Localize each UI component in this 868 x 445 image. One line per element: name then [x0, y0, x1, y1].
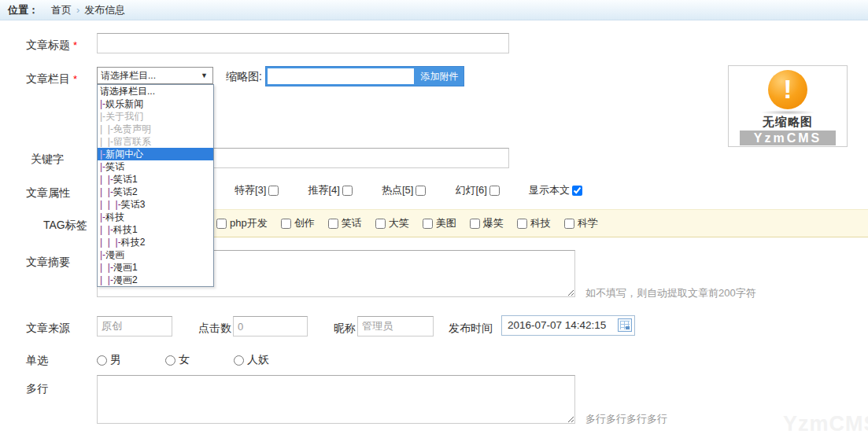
article-title-input[interactable] [97, 33, 509, 53]
tag-item-label: 创作 [294, 216, 315, 230]
gender-label: 单选 [26, 354, 48, 368]
attribute-checkbox[interactable] [342, 186, 353, 196]
attribute-checkbox[interactable] [489, 186, 500, 196]
add-attachment-button[interactable]: 添加附件 [416, 67, 464, 86]
category-dropdown-panel: 请选择栏目... |-娱乐新闻 |-关于我们 | |-免责声明 | |-留言联系… [97, 84, 214, 287]
page-watermark: YzmCMS [783, 412, 868, 436]
tag-item: php开发 [216, 216, 268, 230]
tag-checkbox[interactable] [328, 219, 338, 229]
radio-option-label: 女 [179, 353, 190, 367]
category-option[interactable]: | |-漫画2 [98, 274, 213, 286]
category-option[interactable]: |-笑话 [98, 160, 213, 173]
tag-item: 科学 [564, 216, 598, 230]
category-select-value: 请选择栏目... [101, 68, 201, 83]
category-select[interactable]: 请选择栏目... ▼ [97, 67, 213, 84]
breadcrumb: 位置： 首页 › 发布信息 [0, 0, 868, 20]
tag-checkbox[interactable] [423, 219, 433, 229]
category-option[interactable]: |-娱乐新闻 [98, 97, 213, 110]
tag-item: 美图 [423, 216, 456, 230]
attribute-label: 推荐[4] [308, 183, 339, 197]
radio-option: 女 [165, 353, 190, 367]
category-option: | |-免责声明 [98, 123, 213, 135]
dropdown-arrow-icon: ▼ [201, 68, 208, 83]
breadcrumb-home-link[interactable]: 首页 [51, 3, 72, 17]
attribute-label: 热点[5] [382, 183, 413, 197]
tag-item: 大笑 [375, 216, 409, 230]
tag-checkbox[interactable] [564, 219, 574, 229]
no-thumbnail-placeholder: ! 无缩略图 YzmCMS [728, 65, 848, 147]
article-category-label: 文章栏目* [26, 72, 77, 86]
tag-item: 爆笑 [470, 216, 504, 230]
article-attributes-label: 文章属性 [26, 186, 70, 200]
publish-time-label: 发布时间 [449, 322, 493, 336]
source-label: 文章来源 [26, 322, 70, 336]
radio-option-label: 男 [110, 353, 121, 367]
clicks-label: 点击数 [198, 322, 231, 336]
clicks-input[interactable] [233, 316, 308, 337]
tag-item: 科技 [517, 216, 551, 230]
brand-label: YzmCMS [740, 131, 836, 145]
breadcrumb-location-label: 位置： [8, 3, 39, 17]
nickname-input[interactable] [357, 316, 434, 337]
summary-label: 文章摘要 [26, 256, 70, 270]
tag-item: 笑话 [328, 216, 362, 230]
publish-time-field[interactable]: 2016-07-07 14:42:15 [501, 315, 635, 336]
category-option[interactable]: |-漫画 [98, 248, 213, 261]
summary-hint: 如不填写，则自动提取文章前200字符 [585, 286, 756, 300]
article-attributes-row: 特荐[3] 推荐[4] 热点[5] 幻灯[6] 显示本文 [235, 183, 582, 197]
attribute-label: 显示本文 [529, 183, 570, 197]
radio-option-label: 人妖 [247, 353, 269, 367]
calendar-icon[interactable] [618, 318, 632, 332]
tag-item: 创作 [281, 216, 315, 230]
multiline-textarea[interactable] [97, 375, 575, 424]
category-option[interactable]: | |-笑话1 [98, 173, 213, 186]
radio-option: 人妖 [234, 353, 269, 367]
tag-item-label: 爆笑 [483, 216, 504, 230]
category-option: | |-留言联系 [98, 135, 213, 148]
attribute-item: 热点[5] [382, 183, 426, 197]
tag-item-label: 美图 [436, 216, 456, 230]
radio-button[interactable] [234, 355, 244, 366]
breadcrumb-separator-icon: › [76, 4, 79, 16]
article-title-label: 文章标题* [26, 39, 77, 53]
attribute-item: 推荐[4] [308, 183, 352, 197]
attribute-checkbox[interactable] [268, 186, 279, 196]
publish-article-page: 位置： 首页 › 发布信息 文章标题* 文章栏目* 请选择栏目... ▼ 缩略图… [0, 0, 868, 445]
tag-checkbox[interactable] [517, 219, 527, 229]
required-asterisk: * [73, 39, 77, 51]
radio-option: 男 [97, 353, 121, 367]
category-option[interactable]: | | |-笑话3 [98, 198, 213, 211]
attribute-label: 幻灯[6] [455, 183, 486, 197]
category-option-selected[interactable]: |-新闻中心 [98, 148, 213, 160]
attribute-checkbox[interactable] [572, 186, 582, 196]
thumbnail-input[interactable] [268, 68, 414, 84]
warning-icon: ! [768, 70, 807, 109]
required-asterisk: * [73, 73, 77, 85]
attribute-item: 幻灯[6] [455, 183, 499, 197]
tag-checkbox[interactable] [281, 219, 291, 229]
keywords-label: 关键字 [31, 153, 64, 167]
tag-item-label: 大笑 [389, 216, 409, 230]
tag-checkbox[interactable] [216, 219, 227, 229]
thumbnail-label: 缩略图: [226, 70, 262, 84]
category-option[interactable]: | |-笑话2 [98, 186, 213, 198]
attribute-item: 特荐[3] [235, 183, 279, 197]
tag-checkbox[interactable] [375, 219, 386, 229]
tag-checkbox[interactable] [470, 219, 480, 229]
category-option[interactable]: | |-漫画1 [98, 261, 213, 274]
source-input[interactable] [97, 316, 172, 337]
category-option[interactable]: 请选择栏目... [98, 85, 213, 97]
category-option[interactable]: | |-科技1 [98, 223, 213, 236]
no-thumbnail-caption: 无缩略图 [729, 115, 847, 129]
attribute-checkbox[interactable] [416, 186, 426, 196]
radio-button[interactable] [165, 355, 175, 366]
tag-item-label: php开发 [230, 216, 268, 230]
tag-label: TAG标签 [43, 219, 87, 233]
radio-button[interactable] [97, 355, 107, 366]
category-option: |-关于我们 [98, 110, 213, 123]
category-option[interactable]: |-科技 [98, 211, 213, 223]
category-option[interactable]: | | |-科技2 [98, 236, 213, 248]
attribute-item: 显示本文 [529, 183, 582, 197]
attribute-label: 特荐[3] [235, 183, 266, 197]
tag-item-label: 笑话 [342, 216, 362, 230]
